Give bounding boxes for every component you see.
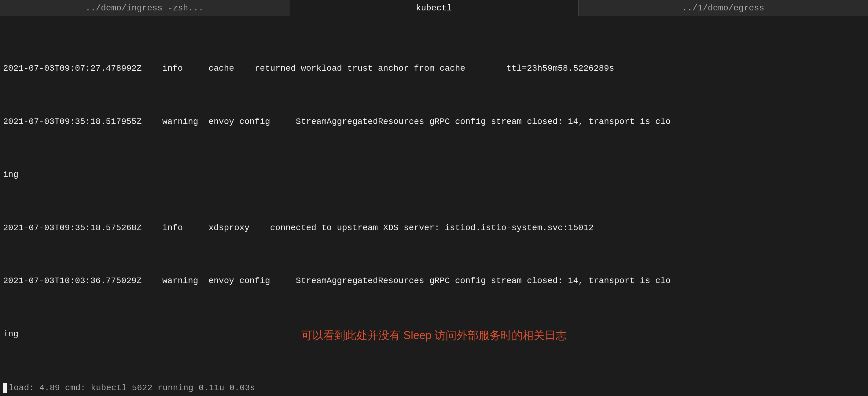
log-lines: 2021-07-03T09:07:27.478992Z info cache r…: [3, 22, 865, 380]
log-line-4: 2021-07-03T09:35:18.575268Z info xdsprox…: [3, 221, 865, 234]
tab-kubectl[interactable]: kubectl: [289, 0, 579, 16]
status-bar: load: 4.89 cmd: kubectl 5622 running 0.1…: [0, 380, 868, 396]
tab-bar: ../demo/ingress -zsh... kubectl ../1/dem…: [0, 0, 868, 16]
tab-egress[interactable]: ../1/demo/egress: [579, 0, 868, 16]
terminal-window: ../demo/ingress -zsh... kubectl ../1/dem…: [0, 0, 868, 396]
log-line-3: ing: [3, 168, 865, 181]
log-line-5: 2021-07-03T10:03:36.775029Z warning envo…: [3, 274, 865, 287]
tab-ingress[interactable]: ../demo/ingress -zsh...: [0, 0, 289, 16]
annotation-text: 可以看到此处并没有 Sleep 访问外部服务时的相关日志: [301, 329, 567, 342]
cursor-block: [3, 383, 7, 393]
log-line-1: 2021-07-03T09:07:27.478992Z info cache r…: [3, 62, 865, 75]
annotation-area: 可以看到此处并没有 Sleep 访问外部服务时的相关日志: [301, 328, 567, 343]
terminal-body: 2021-07-03T09:07:27.478992Z info cache r…: [0, 16, 868, 380]
log-line-2: 2021-07-03T09:35:18.517955Z warning envo…: [3, 115, 865, 128]
